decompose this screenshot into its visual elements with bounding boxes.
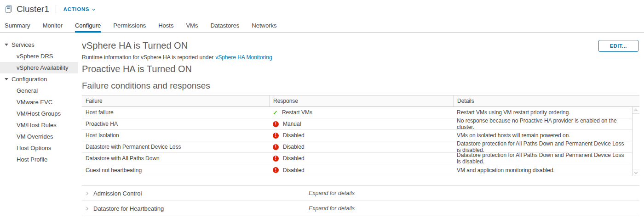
tab-monitor[interactable]: Monitor — [43, 18, 63, 33]
tab-permissions[interactable]: Permissions — [113, 18, 146, 33]
sidebar-item-vm-host-groups[interactable]: VM/Host Groups — [0, 108, 78, 119]
sidebar-group-label: Services — [12, 41, 34, 48]
table-rows: Host failure✓Restart VMsRestart VMs usin… — [82, 107, 632, 176]
response-cell: !Disabled — [269, 155, 453, 162]
accordion-value: Expand for details — [309, 205, 355, 212]
failure-cell: Host failure — [82, 109, 269, 116]
details-cell: Restart VMs using VM restart priority or… — [453, 109, 632, 116]
response-label: Restart VMs — [282, 109, 312, 116]
details-cell: VMs on isolated hosts will remain powere… — [453, 132, 632, 139]
column-header-response: Response — [269, 95, 453, 106]
sidebar-item-vsphere-drs[interactable]: vSphere DRS — [0, 50, 78, 62]
column-header-failure: Failure — [82, 95, 269, 106]
proactive-status-heading: Proactive HA is Turned ON — [82, 64, 639, 74]
failure-table: Failure Response Details Host failure✓Re… — [82, 95, 639, 176]
edit-button[interactable]: EDIT... — [598, 40, 638, 52]
sidebar-group-label: Configuration — [12, 76, 47, 83]
accordion-row-admission-control[interactable]: Admission ControlExpand for details — [82, 185, 639, 201]
response-cell: !Manual — [269, 121, 453, 127]
exclamation-circle-icon: ! — [273, 133, 279, 139]
response-cell: !Disabled — [269, 167, 453, 173]
app-window: Cluster1 ACTIONS SummaryMonitorConfigure… — [0, 0, 644, 218]
table-header: Failure Response Details — [82, 95, 639, 107]
tab-hosts[interactable]: Hosts — [158, 18, 173, 33]
accordion-label: Admission Control — [93, 190, 309, 197]
failure-section-title: Failure conditions and responses — [82, 81, 639, 91]
failure-cell: Datastore with Permanent Device Loss — [82, 144, 269, 150]
response-label: Disabled — [283, 155, 305, 162]
details-cell: Datastore protection for All Paths Down … — [453, 140, 632, 153]
table-row[interactable]: Datastore with All Paths Down!DisabledDa… — [82, 153, 632, 164]
response-label: Manual — [283, 121, 301, 127]
chevron-right-icon — [85, 191, 88, 195]
response-cell: !Disabled — [269, 144, 453, 150]
runtime-info: Runtime information for vSphere HA is re… — [82, 54, 639, 61]
table-row[interactable]: Host failure✓Restart VMsRestart VMs usin… — [82, 107, 632, 118]
header-divider — [56, 5, 56, 13]
exclamation-circle-icon: ! — [273, 167, 279, 173]
accordion-row-advanced-options[interactable]: Advanced OptionsNone — [82, 216, 639, 218]
failure-cell: Proactive HA — [82, 121, 269, 127]
exclamation-circle-icon: ! — [273, 121, 279, 127]
main-panel: EDIT... vSphere HA is Turned ON Runtime … — [78, 33, 644, 218]
caret-down-icon — [5, 44, 8, 46]
sidebar-item-vm-host-rules[interactable]: VM/Host Rules — [0, 119, 78, 131]
failure-cell: Host Isolation — [82, 132, 269, 139]
sidebar-group-services[interactable]: Services — [0, 39, 78, 50]
chevron-up-icon — [634, 109, 638, 112]
response-label: Disabled — [283, 132, 305, 139]
column-header-details: Details — [453, 95, 639, 106]
page-title: Cluster1 — [17, 4, 49, 14]
content-area: ServicesvSphere DRSvSphere AvailabilityC… — [0, 33, 644, 218]
actions-menu-button[interactable]: ACTIONS — [63, 6, 95, 12]
scroll-up-button[interactable] — [632, 107, 639, 114]
response-cell: !Disabled — [269, 132, 453, 139]
scroll-down-button[interactable] — [632, 169, 639, 176]
sidebar-item-general[interactable]: General — [0, 85, 78, 96]
table-body: Host failure✓Restart VMsRestart VMs usin… — [82, 107, 639, 176]
ha-status-heading: vSphere HA is Turned ON — [82, 40, 639, 51]
runtime-text: Runtime information for vSphere HA is re… — [82, 54, 213, 61]
chevron-down-icon — [92, 7, 95, 10]
table-row[interactable]: Proactive HA!ManualNo response because n… — [82, 118, 632, 130]
sidebar-group-configuration[interactable]: Configuration — [0, 73, 78, 85]
details-cell: VM and application monitoring disabled. — [453, 167, 632, 173]
exclamation-circle-icon: ! — [273, 156, 279, 162]
sidebar-item-vm-overrides[interactable]: VM Overrides — [0, 131, 78, 142]
exclamation-circle-icon: ! — [273, 144, 279, 150]
sidebar-item-vsphere-availability[interactable]: vSphere Availability — [0, 62, 78, 73]
chevron-down-icon — [634, 170, 638, 173]
chevron-right-icon — [85, 207, 88, 210]
sidebar-item-host-options[interactable]: Host Options — [0, 142, 78, 154]
sidebar-item-vmware-evc[interactable]: VMware EVC — [0, 96, 78, 108]
tab-configure[interactable]: Configure — [75, 18, 101, 33]
tab-vms[interactable]: VMs — [186, 18, 198, 33]
response-cell: ✓Restart VMs — [269, 109, 453, 116]
accordion-value: Expand for details — [309, 190, 355, 196]
object-header: Cluster1 ACTIONS — [0, 0, 644, 18]
actions-label: ACTIONS — [63, 6, 90, 12]
accordion-sections: Admission ControlExpand for detailsDatas… — [82, 185, 639, 218]
details-cell: Datastore protection for All Paths Down … — [453, 152, 632, 165]
tab-datastores[interactable]: Datastores — [210, 18, 239, 33]
sidebar-nav: ServicesvSphere DRSvSphere AvailabilityC… — [0, 33, 78, 218]
table-row[interactable]: Datastore with Permanent Device Loss!Dis… — [82, 141, 632, 153]
response-label: Disabled — [283, 167, 305, 173]
caret-down-icon — [5, 78, 8, 80]
tab-networks[interactable]: Networks — [252, 18, 276, 33]
tab-summary[interactable]: Summary — [5, 18, 30, 33]
table-row[interactable]: Guest not heartbeating!DisabledVM and ap… — [82, 164, 632, 176]
failure-cell: Guest not heartbeating — [82, 167, 269, 173]
response-label: Disabled — [283, 144, 305, 150]
failure-cell: Datastore with All Paths Down — [82, 155, 269, 162]
table-row[interactable]: Host Isolation!DisabledVMs on isolated h… — [82, 130, 632, 141]
accordion-label: Datastore for Heartbeating — [93, 205, 309, 212]
ha-monitoring-link[interactable]: vSphere HA Monitoring — [215, 54, 272, 61]
table-scrollbar[interactable] — [632, 107, 639, 176]
accordion-row-datastore-for-heartbeating[interactable]: Datastore for HeartbeatingExpand for det… — [82, 201, 639, 216]
check-icon: ✓ — [273, 110, 278, 116]
sidebar-item-host-profile[interactable]: Host Profile — [0, 154, 78, 165]
cluster-icon — [5, 5, 13, 13]
details-cell: No response because no Proactive HA prov… — [453, 117, 632, 130]
tab-bar: SummaryMonitorConfigurePermissionsHostsV… — [0, 18, 644, 33]
